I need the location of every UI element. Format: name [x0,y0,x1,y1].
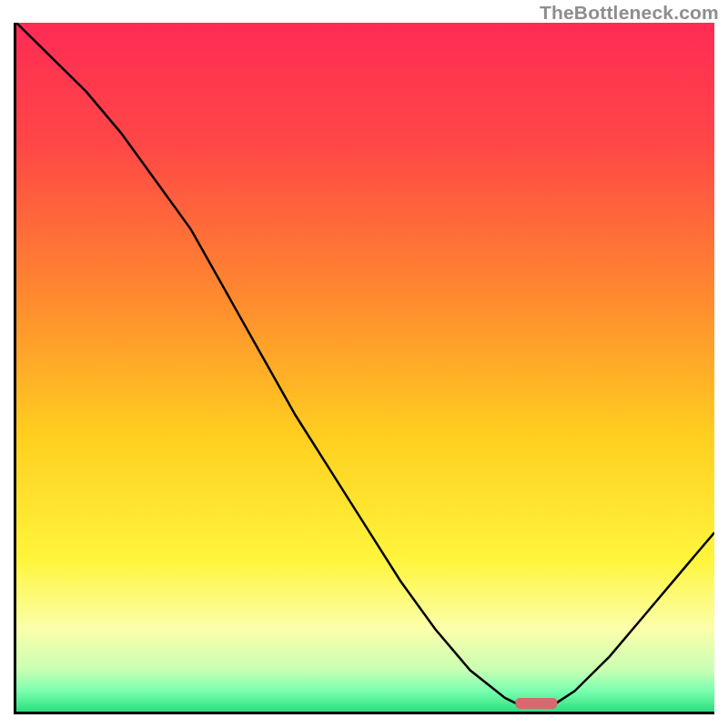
chart-plot [16,23,714,712]
watermark-text: TheBottleneck.com [540,2,719,24]
gradient-fill [16,23,714,712]
optimal-marker [515,698,557,709]
